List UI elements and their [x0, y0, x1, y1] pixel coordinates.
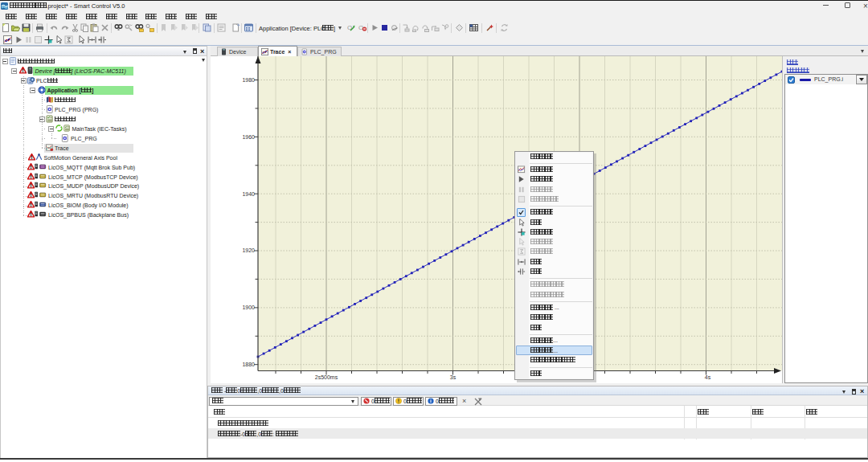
svg-text:O: O: [358, 24, 363, 31]
